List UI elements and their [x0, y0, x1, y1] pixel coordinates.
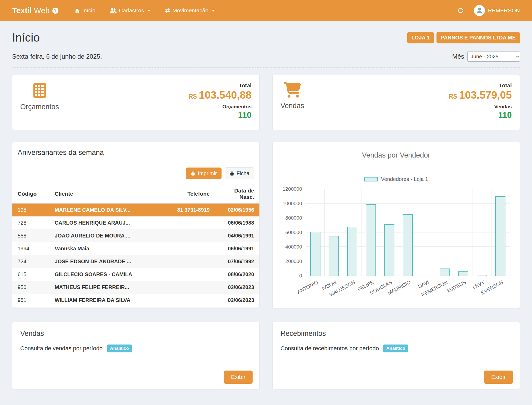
analitico-badge: Analítico	[383, 345, 408, 352]
nav-item-label: Início	[82, 7, 96, 14]
table-row[interactable]: 588 JOAO AURELIO DE MOURA ... 04/06/1991	[12, 229, 259, 242]
brand-bold: Textil	[12, 6, 32, 15]
cell-telefone	[160, 255, 215, 268]
cell-nasc: 02/06/2023	[215, 281, 259, 294]
v-gridline	[510, 189, 510, 276]
table-row[interactable]: 587 JULIANA LIMA DE ANDRADE 98307-6997 0…	[12, 307, 259, 308]
card-title: Recebimentos	[280, 330, 512, 338]
analitico-badge: Analítico	[107, 345, 132, 352]
exibir-recebimentos-button[interactable]: Exibir	[484, 371, 513, 384]
cell-codigo: 587	[12, 307, 49, 308]
cell-nasc: 02/06/1956	[215, 204, 259, 216]
help-icon[interactable]: ?	[52, 8, 58, 14]
stat-count-label: Orçamentos	[188, 104, 252, 110]
table-row[interactable]: 724 JOSE EDSON DE ANDRADE ... 07/06/1992	[12, 255, 259, 268]
ficha-button[interactable]: Ficha	[225, 168, 254, 179]
stat-name: Orçamentos	[20, 103, 59, 111]
v-gridline	[417, 189, 417, 276]
currency: R$	[449, 93, 457, 100]
card-title: Vendas	[20, 330, 252, 338]
nav-item-movimentacao[interactable]: ⇄ Movimentação	[165, 7, 215, 14]
exibir-vendas-button[interactable]: Exibir	[224, 371, 253, 384]
cell-telefone	[160, 268, 215, 281]
chart: 020000040000060000080000010000001200000 …	[280, 189, 512, 276]
stat-amount: R$103.540,88	[188, 89, 252, 101]
cell-nasc: 07/06/1992	[215, 255, 259, 268]
chart-plot: ANTONIOIVSONWALDESONFELIPEDOUGLASMAURICI…	[306, 189, 510, 276]
col-header-codigo: Código	[12, 184, 49, 204]
nav-item-cadastros[interactable]: Cadastros	[110, 7, 151, 14]
col-header-telefone: Telefone	[160, 184, 215, 204]
ficha-label: Ficha	[237, 170, 249, 176]
cell-codigo: 195	[12, 204, 49, 216]
cell-nasc: 02/06/2023	[215, 294, 259, 307]
cell-telefone	[160, 216, 215, 229]
table-row[interactable]: 1994 Vanuska Maia 06/06/1991	[12, 242, 259, 255]
cell-nasc: 04/06/1991	[215, 229, 259, 242]
legend-label: Vendedores - Loja 1	[381, 176, 428, 182]
v-gridline	[362, 189, 362, 276]
cell-codigo: 1994	[12, 242, 49, 255]
stat-total-label: Total	[188, 82, 252, 89]
main-content: Início LOJA 1 PANNOS E PANNOS LTDA ME Se…	[0, 21, 532, 389]
y-tick-label: 200000	[285, 259, 302, 264]
v-gridline	[324, 189, 325, 276]
currency: R$	[188, 93, 197, 100]
v-gridline	[436, 189, 436, 276]
company-badge[interactable]: PANNOS E PANNOS LTDA ME	[436, 32, 520, 43]
calculator-icon	[20, 82, 59, 99]
v-gridline	[343, 189, 343, 276]
bar-remerson	[440, 269, 450, 276]
store-badge[interactable]: LOJA 1	[407, 32, 434, 43]
refresh-icon[interactable]	[457, 7, 464, 14]
month-select[interactable]: June - 2025	[467, 52, 520, 62]
table-row[interactable]: 615 GILCLECIO SOARES - CAMILA 08/06/2020	[12, 268, 259, 281]
header-badges: LOJA 1 PANNOS E PANNOS LTDA ME	[407, 32, 520, 43]
nav-item-inicio[interactable]: Início	[74, 7, 96, 14]
stat-count: 110	[449, 110, 512, 120]
nav-menu: Início Cadastros ⇄ Movimentação	[74, 7, 215, 14]
col-header-cliente: Cliente	[49, 184, 161, 204]
chart-y-axis: 020000040000060000080000010000001200000	[280, 189, 306, 276]
stat-amount: R$103.579,05	[449, 89, 512, 101]
cell-nasc: 05/06/2023	[215, 307, 259, 308]
cell-cliente: JOSE EDSON DE ANDRADE ...	[49, 255, 161, 268]
table-row[interactable]: 951 WILLIAM FERREIRA DA SILVA 02/06/2023	[12, 294, 259, 307]
cell-nasc: 06/06/1991	[215, 242, 259, 255]
navbar: TextilWeb ? Início Cadastros ⇄ Movimenta…	[0, 0, 532, 21]
chart-legend[interactable]: Vendedores - Loja 1	[280, 176, 512, 182]
stat-count-label: Vendas	[449, 104, 512, 110]
stat-count: 110	[188, 110, 252, 120]
current-date: Sexta-feira, 6 de junho de 2025.	[12, 53, 102, 60]
table-row[interactable]: 728 CARLOS HENRIQUE ARAUJ... 06/06/1988	[12, 216, 259, 229]
cell-nasc: 08/06/2020	[215, 268, 259, 281]
avatar	[474, 5, 485, 16]
amount-value: 103.579,05	[459, 89, 512, 101]
cell-codigo: 951	[12, 294, 49, 307]
cell-codigo: 728	[12, 216, 49, 229]
cell-cliente: MATHEUS FELIPE FERREIR...	[49, 281, 161, 294]
orcamentos-card: Orçamentos Total R$103.540,88 Orçamentos…	[12, 75, 260, 130]
user-menu[interactable]: REMERSON	[474, 5, 520, 16]
table-row[interactable]: 950 MATHEUS FELIPE FERREIR... 02/06/2023	[12, 281, 259, 294]
home-icon	[74, 8, 80, 13]
cell-cliente: JOAO AURELIO DE MOURA ...	[49, 229, 161, 242]
table-row[interactable]: 195 MARLENE CAMELO DA SILV... 81 3731-89…	[12, 204, 259, 216]
cell-codigo: 950	[12, 281, 49, 294]
x-axis-label: MATEUS	[446, 279, 467, 294]
users-icon	[110, 8, 117, 13]
birthdays-title: Aniversariantes da semana	[12, 142, 259, 163]
transfer-icon: ⇄	[165, 7, 170, 14]
cell-cliente: MARLENE CAMELO DA SILV...	[49, 204, 161, 216]
cell-telefone: 98307-6997	[160, 307, 215, 308]
brand-logo[interactable]: TextilWeb ?	[12, 6, 58, 15]
recebimentos-report-card: Recebimentos Consulta de recebimentos po…	[272, 322, 520, 389]
imprimir-label: Imprimir	[198, 170, 217, 176]
brand-light: Web	[34, 6, 50, 15]
cell-telefone	[160, 229, 215, 242]
v-gridline	[399, 189, 399, 276]
imprimir-button[interactable]: Imprimir	[186, 168, 222, 179]
nav-item-label: Movimentação	[173, 7, 209, 14]
cell-telefone: 81 3731-8919	[160, 204, 215, 216]
y-tick-label: 400000	[285, 244, 302, 250]
